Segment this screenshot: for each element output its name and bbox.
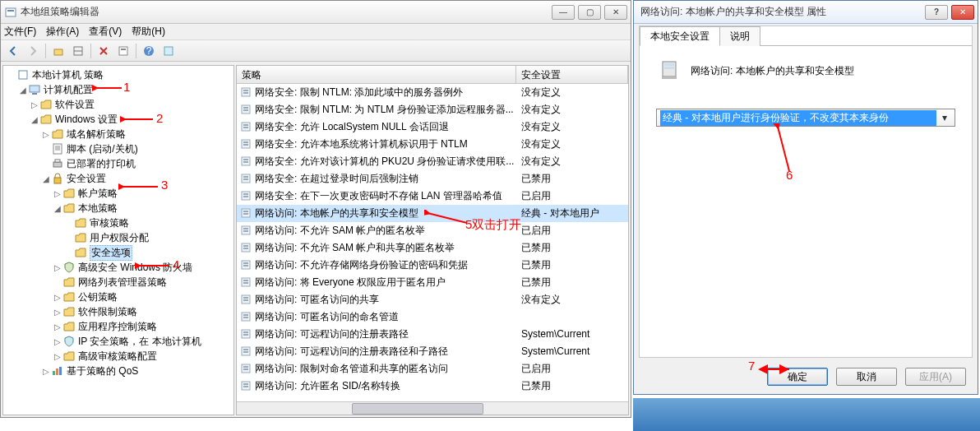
policy-list-row[interactable]: 网络访问: 不允许 SAM 帐户的匿名枚举已启用 xyxy=(237,222,628,239)
back-button[interactable] xyxy=(4,42,22,60)
expand-icon[interactable]: ▷ xyxy=(30,100,39,109)
svg-rect-46 xyxy=(243,230,248,232)
policy-item-icon xyxy=(239,327,252,341)
expand-icon[interactable]: ▷ xyxy=(53,263,62,272)
tree-windows-settings[interactable]: ◢ Windows 设置 xyxy=(7,112,232,127)
tree-account-policy[interactable]: ▷ 帐户策略 xyxy=(7,186,232,201)
policy-list-row[interactable]: 网络安全: 在下一次更改密码时不存储 LAN 管理器哈希值已启用 xyxy=(237,188,628,205)
tree-qos[interactable]: ▷ 基于策略的 QoS xyxy=(7,364,232,378)
tree-scripts[interactable]: 脚本 (启动/关机) xyxy=(7,141,232,156)
menu-file[interactable]: 文件(F) xyxy=(4,25,36,39)
close-button[interactable]: ✕ xyxy=(604,5,627,20)
cancel-button[interactable]: 取消 xyxy=(836,368,897,386)
minimize-button[interactable]: — xyxy=(552,5,575,20)
shield-icon xyxy=(62,335,76,348)
scrollbar-thumb[interactable] xyxy=(352,403,483,415)
policy-list-row[interactable]: 网络访问: 不允许存储网络身份验证的密码和凭据已禁用 xyxy=(237,257,628,274)
delete-button[interactable] xyxy=(95,42,113,60)
cell-setting: 没有定义 xyxy=(518,155,628,169)
expand-icon[interactable]: ▷ xyxy=(53,337,62,346)
svg-rect-9 xyxy=(164,47,173,55)
tree-root[interactable]: 本地计算机 策略 xyxy=(7,67,232,82)
menu-view[interactable]: 查看(V) xyxy=(89,25,122,39)
expand-icon[interactable]: ▷ xyxy=(53,322,62,331)
up-button[interactable] xyxy=(49,42,67,60)
dialog-help-button[interactable]: ? xyxy=(925,5,948,20)
collapse-icon[interactable]: ◢ xyxy=(30,115,39,124)
collapse-icon[interactable]: ◢ xyxy=(53,204,62,213)
expand-icon[interactable]: ▷ xyxy=(53,352,62,361)
svg-rect-14 xyxy=(53,162,62,167)
svg-rect-18 xyxy=(56,368,58,375)
tree-srp[interactable]: ▷ 软件限制策略 xyxy=(7,304,232,319)
tree-audit-policy[interactable]: 审核策略 xyxy=(7,216,232,230)
expand-icon[interactable]: ▷ xyxy=(41,367,51,376)
cell-policy: 网络访问: 本地帐户的共享和安全模型 xyxy=(255,206,518,220)
expand-icon[interactable]: ▷ xyxy=(53,308,62,317)
policy-list-row[interactable]: 网络安全: 限制 NTLM: 添加此域中的服务器例外没有定义 xyxy=(237,84,628,101)
tree-security-settings[interactable]: ◢ 安全设置 xyxy=(7,171,232,186)
svg-rect-58 xyxy=(243,299,248,301)
dialog-title: 网络访问: 本地帐户的共享和安全模型 属性 xyxy=(637,5,925,19)
dialog-close-button[interactable]: ✕ xyxy=(951,5,974,20)
properties-button[interactable] xyxy=(114,42,132,60)
help-button[interactable]: ? xyxy=(140,42,158,60)
security-model-combo[interactable]: 经典 - 对本地用户进行身份验证，不改变其本来身份 ▾ xyxy=(656,109,955,127)
policy-list-row[interactable]: 网络安全: 限制 NTLM: 为 NTLM 身份验证添加远程服务器...没有定义 xyxy=(237,101,628,118)
tree-dns-policy[interactable]: ▷ 域名解析策略 xyxy=(7,127,232,141)
tree-app-control[interactable]: ▷ 应用程序控制策略 xyxy=(7,319,232,334)
menu-help[interactable]: 帮助(H) xyxy=(132,25,165,39)
tree-pane[interactable]: 本地计算机 策略 ◢ 计算机配置 ▷ 软件设置 ◢ Windows 设置 xyxy=(2,65,234,415)
policy-list-row[interactable]: 网络访问: 不允许 SAM 帐户和共享的匿名枚举已禁用 xyxy=(237,239,628,257)
tree-wfas[interactable]: ▷ 高级安全 Windows 防火墙 xyxy=(7,260,232,275)
policy-list-row[interactable]: 网络访问: 可匿名访问的命名管道 xyxy=(237,308,628,326)
policy-list-row[interactable]: 网络安全: 允许本地系统将计算机标识用于 NTLM没有定义 xyxy=(237,136,628,153)
tree-adv-audit[interactable]: ▷ 高级审核策略配置 xyxy=(7,349,232,364)
forward-button[interactable] xyxy=(24,42,42,60)
svg-rect-28 xyxy=(243,127,248,128)
expand-icon[interactable]: ▷ xyxy=(53,293,62,302)
tree-nlm[interactable]: 网络列表管理器策略 xyxy=(7,275,232,290)
policy-list-row[interactable]: 网络访问: 可匿名访问的共享没有定义 xyxy=(237,291,628,308)
collapse-icon[interactable]: ◢ xyxy=(18,86,28,95)
policy-list-row[interactable]: 网络访问: 可远程访问的注册表路径System\Current xyxy=(237,326,628,343)
list-body[interactable]: 网络安全: 限制 NTLM: 添加此域中的服务器例外没有定义网络安全: 限制 N… xyxy=(237,84,628,401)
horizontal-scrollbar[interactable] xyxy=(237,401,628,415)
tree-security-options[interactable]: 安全选项 xyxy=(7,245,232,260)
tab-local-security[interactable]: 本地安全设置 xyxy=(640,26,720,46)
expand-icon[interactable]: ▷ xyxy=(53,189,62,198)
policy-list-row[interactable]: 网络访问: 限制对命名管道和共享的匿名访问已启用 xyxy=(237,360,628,378)
policy-list-row[interactable]: 网络安全: 允许 LocalSystem NULL 会话回退没有定义 xyxy=(237,118,628,136)
apply-button[interactable]: 应用(A) xyxy=(905,368,966,386)
svg-rect-67 xyxy=(243,351,248,353)
maximize-button[interactable]: ▢ xyxy=(578,5,601,20)
policy-item-icon xyxy=(239,345,252,358)
policy-item-icon xyxy=(239,86,252,99)
ok-button[interactable]: 确定 xyxy=(767,368,828,386)
tree-local-policies[interactable]: ◢ 本地策略 xyxy=(7,201,232,216)
cell-policy: 网络安全: 在超过登录时间后强制注销 xyxy=(255,172,518,186)
expand-icon[interactable]: ▷ xyxy=(41,130,51,139)
policy-list-row[interactable]: 网络访问: 将 Everyone 权限应用于匿名用户已禁用 xyxy=(237,274,628,291)
tree-user-rights[interactable]: 用户权限分配 xyxy=(7,230,232,245)
show-hide-button[interactable] xyxy=(69,42,87,60)
view-button[interactable] xyxy=(159,42,178,60)
policy-list-row[interactable]: 网络安全: 在超过登录时间后强制注销已禁用 xyxy=(237,170,628,188)
tree-public-key[interactable]: ▷ 公钥策略 xyxy=(7,290,232,304)
tree-computer-config[interactable]: ◢ 计算机配置 xyxy=(7,82,232,97)
policy-list-row[interactable]: 网络访问: 本地帐户的共享和安全模型经典 - 对本地用户 xyxy=(237,205,628,222)
tree-ipsec[interactable]: ▷ IP 安全策略，在 本地计算机 xyxy=(7,334,232,349)
column-policy[interactable]: 策略 xyxy=(237,66,516,83)
menubar: 文件(F) 操作(A) 查看(V) 帮助(H) xyxy=(1,24,631,40)
policy-heading: 网络访问: 本地帐户的共享和安全模型 xyxy=(691,64,955,78)
menu-action[interactable]: 操作(A) xyxy=(46,25,79,39)
tree-software-settings[interactable]: ▷ 软件设置 xyxy=(7,97,232,112)
tab-description[interactable]: 说明 xyxy=(719,26,760,46)
column-setting[interactable]: 安全设置 xyxy=(516,66,628,83)
toolbar-separator xyxy=(45,44,46,58)
policy-list-row[interactable]: 网络访问: 可远程访问的注册表路径和子路径System\Current xyxy=(237,343,628,360)
tree-printers[interactable]: 已部署的打印机 xyxy=(7,156,232,171)
policy-list-row[interactable]: 网络访问: 允许匿名 SID/名称转换已禁用 xyxy=(237,378,628,395)
collapse-icon[interactable]: ◢ xyxy=(41,174,51,183)
policy-list-row[interactable]: 网络安全: 允许对该计算机的 PKU2U 身份验证请求使用联...没有定义 xyxy=(237,153,628,170)
